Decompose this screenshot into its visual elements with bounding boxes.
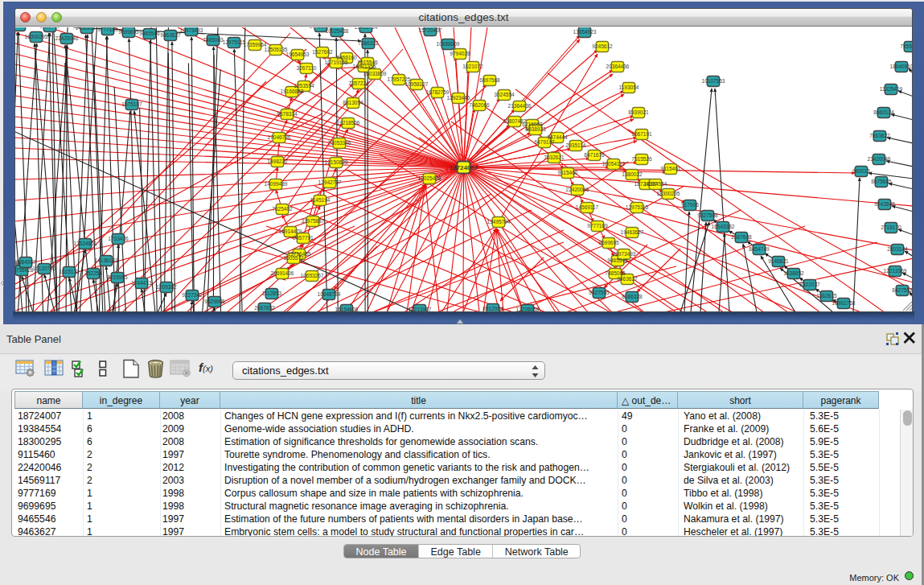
svg-text:21364436: 21364436 [508,103,532,109]
svg-text:9794028: 9794028 [450,51,470,56]
svg-text:14569117: 14569117 [76,27,99,31]
svg-text:20053346: 20053346 [328,140,351,146]
svg-text:20364436: 20364436 [606,64,630,69]
svg-text:10958107: 10958107 [405,81,429,87]
svg-text:3024554: 3024554 [494,92,515,97]
svg-text:10025438: 10025438 [326,28,349,34]
svg-text:12923446: 12923446 [447,95,470,101]
svg-text:1575107: 1575107 [121,101,142,107]
svg-text:9699695: 9699695 [118,29,139,35]
svg-text:9699695: 9699695 [598,240,619,245]
svg-text:10973493: 10973493 [180,27,203,33]
svg-text:16543382: 16543382 [712,224,735,229]
svg-text:1067191: 1067191 [631,131,652,137]
svg-text:12213369: 12213369 [884,268,907,274]
svg-text:9115461: 9115461 [661,166,681,171]
svg-text:10653267: 10653267 [301,273,324,278]
svg-text:10688609: 10688609 [437,41,460,47]
svg-text:8427552: 8427552 [892,287,912,293]
svg-text:9115460: 9115460 [558,170,578,175]
svg-text:7515546: 7515546 [357,60,378,65]
svg-text:8471676: 8471676 [584,152,605,158]
svg-text:8813054: 8813054 [343,100,363,105]
svg-text:9227342: 9227342 [182,292,203,298]
svg-text:12975115: 12975115 [626,204,649,210]
svg-text:7357224: 7357224 [348,80,369,86]
svg-text:1527602: 1527602 [312,49,333,55]
svg-text:8660124: 8660124 [873,109,894,115]
svg-text:1209382: 1209382 [156,284,177,290]
svg-text:1145194: 1145194 [310,197,331,203]
svg-text:18724007: 18724007 [450,164,478,171]
svg-text:12975115: 12975115 [223,39,246,45]
svg-text:1615132: 1615132 [59,269,80,274]
svg-text:19218506: 19218506 [337,120,360,126]
svg-text:1621072: 1621072 [462,64,483,69]
svg-text:10648784: 10648784 [318,291,341,297]
svg-text:10719155: 10719155 [325,60,348,65]
svg-text:1498222: 1498222 [267,159,288,164]
svg-text:2087652: 2087652 [254,305,275,311]
svg-text:14136141: 14136141 [95,257,118,263]
svg-text:2367608: 2367608 [731,234,752,240]
svg-text:11325419: 11325419 [880,86,903,92]
svg-text:9327505: 9327505 [589,290,610,295]
svg-text:8215955: 8215955 [107,274,128,280]
svg-text:8454749: 8454749 [749,246,770,252]
svg-text:14569117: 14569117 [576,204,599,210]
svg-text:9242848: 9242848 [874,201,895,207]
svg-text:8938923: 8938923 [525,126,546,132]
svg-text:3267110: 3267110 [297,65,317,71]
svg-text:12150829: 12150829 [325,159,348,165]
svg-text:1353594: 1353594 [294,83,314,89]
svg-text:8912954: 8912954 [483,306,503,311]
svg-text:7625402: 7625402 [272,206,293,212]
svg-text:10973493: 10973493 [613,251,636,257]
svg-text:1244413: 1244413 [131,280,152,286]
svg-text:10025438: 10025438 [418,175,441,181]
svg-text:10107553: 10107553 [702,78,725,84]
svg-text:16120746: 16120746 [33,266,56,271]
svg-text:19384554: 19384554 [15,27,31,28]
svg-text:22420046: 22420046 [55,35,79,41]
svg-text:9245612: 9245612 [592,43,613,49]
svg-text:10054112: 10054112 [602,161,626,167]
svg-text:13495794: 13495794 [355,27,378,30]
svg-text:17046786: 17046786 [268,134,291,140]
svg-text:18300295: 18300295 [25,34,48,39]
svg-text:7386322: 7386322 [358,40,379,46]
svg-text:19756928: 19756928 [15,267,34,273]
svg-text:13495794: 13495794 [487,219,511,225]
svg-text:19384554: 19384554 [644,181,667,187]
svg-text:8322037: 8322037 [799,282,820,287]
svg-text:15720407: 15720407 [419,27,442,33]
svg-text:917006: 917006 [681,202,699,208]
svg-text:19654953: 19654953 [286,51,310,57]
svg-text:13654923: 13654923 [573,29,597,35]
svg-text:9327508: 9327508 [697,212,718,218]
svg-text:9777169: 9777169 [587,223,608,229]
svg-text:13524851: 13524851 [74,241,97,246]
svg-text:1380022: 1380022 [622,171,643,177]
svg-text:16961758: 16961758 [832,300,856,306]
svg-text:9463627: 9463627 [617,276,638,282]
svg-text:8675685: 8675685 [871,179,892,184]
svg-text:7632621: 7632621 [544,154,565,160]
svg-text:18300295: 18300295 [657,191,680,196]
svg-text:8939021: 8939021 [628,109,649,115]
svg-text:1193054: 1193054 [619,84,639,90]
svg-text:8186328: 8186328 [622,294,643,299]
svg-text:9474444: 9474444 [547,134,568,140]
svg-text:23420046: 23420046 [868,156,891,162]
svg-text:2718170: 2718170 [881,225,901,230]
svg-text:1362615: 1362615 [816,293,837,299]
svg-text:19166852: 19166852 [281,89,304,94]
svg-text:9146821: 9146821 [768,258,789,264]
svg-text:9465546: 9465546 [139,31,160,36]
svg-text:7515526: 7515526 [631,156,652,162]
svg-text:16033809: 16033809 [363,71,387,76]
svg-text:8678334: 8678334 [277,111,298,117]
svg-text:12942737: 12942737 [318,179,342,185]
svg-text:16914479: 16914479 [279,229,302,234]
svg-text:20691406: 20691406 [271,270,294,276]
